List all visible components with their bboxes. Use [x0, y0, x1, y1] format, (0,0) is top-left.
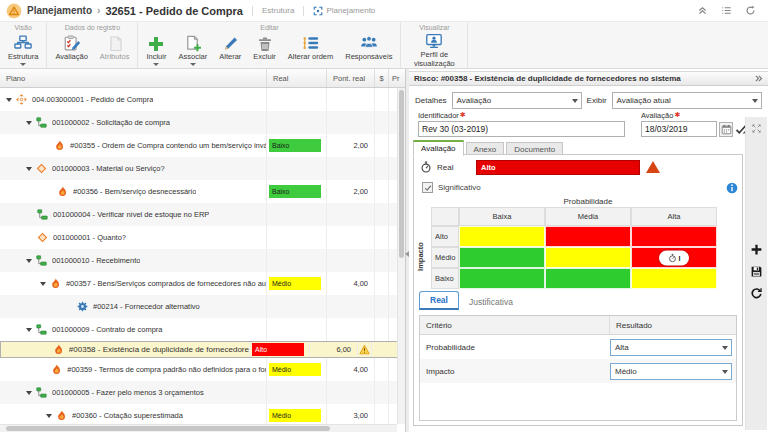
exibir-select-value: Avaliação atual	[617, 96, 671, 105]
matrix-cell-medio-alta[interactable]: I	[631, 247, 717, 268]
tree-row[interactable]: 004.003000001 - Pedido de Compra	[0, 88, 405, 111]
collapse-icon[interactable]	[697, 5, 708, 16]
tree-row[interactable]: 001000003 - Material ou Serviço?	[0, 157, 405, 180]
tree-row[interactable]: #00357 - Bens/Serviços comprados de forn…	[0, 272, 405, 295]
avaliacao-date-input[interactable]	[641, 121, 717, 137]
column-header-pont-real[interactable]: Pont. real	[327, 69, 375, 87]
activity-icon	[36, 255, 47, 266]
expand-panel-icon[interactable]	[754, 74, 763, 83]
info-icon[interactable]	[726, 182, 738, 194]
matrix-cell-medio-baixa[interactable]	[459, 247, 545, 268]
breadcrumb-module[interactable]: Planejamento	[27, 5, 92, 16]
matrix-cell-baixo-baixa[interactable]	[459, 268, 545, 289]
tree-row[interactable]: 001000001 - Quanto?	[0, 226, 405, 249]
matrix-cell-alto-alta[interactable]	[631, 226, 717, 247]
refresh-icon[interactable]	[745, 5, 756, 16]
reload-icon[interactable]	[750, 287, 763, 300]
toolbar-button-alterar[interactable]: Alterar	[213, 34, 247, 62]
toolbar-button-avaliacao[interactable]: Avaliação	[49, 34, 93, 62]
detalhes-select[interactable]: Avaliação	[452, 92, 582, 109]
tree-item-label: 001000001 - Quanto?	[53, 233, 126, 242]
toolbar-button-estrutura[interactable]: Estrutura	[2, 34, 44, 66]
severity-badge: Baixo	[269, 185, 321, 198]
horizontal-scrollbar[interactable]	[0, 424, 397, 432]
toolbar-button-alterar-ordem[interactable]: Alterar ordem	[282, 34, 339, 62]
column-header-real[interactable]: Real	[267, 69, 327, 87]
people-icon	[360, 35, 378, 52]
tree-row[interactable]: #00358 - Existência de duplicidade de fo…	[0, 341, 405, 358]
toolbar-button-associar[interactable]: Associar	[172, 34, 213, 66]
matrix-cell-medio-media[interactable]	[545, 247, 631, 268]
expand-icon[interactable]	[751, 123, 762, 134]
tree-row[interactable]: 001000005 - Fazer pelo menos 3 orçamento…	[0, 381, 405, 404]
matrix-cell-alto-baixa[interactable]	[459, 226, 545, 247]
risk-detail-panel: Risco: #00358 - Existência de duplicidad…	[409, 69, 768, 432]
expand-arrow-icon[interactable]	[26, 167, 32, 171]
criteria-select-impacto[interactable]: Médio	[610, 363, 732, 380]
tab-avaliacao[interactable]: Avaliação	[413, 140, 464, 156]
matrix-column-header-media: Média	[545, 207, 631, 226]
toolbar-button-excluir[interactable]: Excluir	[247, 34, 282, 62]
matrix-row-header-medio: Médio	[431, 247, 459, 268]
scrollbar-thumb[interactable]	[399, 90, 404, 258]
tree-row[interactable]: 001000004 - Verificar nível de estoque n…	[0, 203, 405, 226]
expand-arrow-icon[interactable]	[46, 414, 52, 418]
tree-row[interactable]: 001000002 - Solicitação de compra	[0, 111, 405, 134]
tree-row[interactable]: 001000009 - Contrato de compra	[0, 318, 405, 341]
nav-link-estrutura[interactable]: Estrutura	[262, 6, 294, 15]
exibir-select[interactable]: Avaliação atual	[612, 92, 762, 109]
tree-item-label: #00360 - Cotação superestimada	[72, 411, 183, 420]
scrollbar-thumb[interactable]	[6, 426, 330, 431]
tree-row[interactable]: #00356 - Bem/serviço desnecessárioBaixo2…	[0, 180, 405, 203]
tree-row[interactable]: #00360 - Cotação superestimadaMédio3,00	[0, 404, 405, 424]
evaluation-sub-tabs: RealJustificativa	[419, 291, 523, 310]
activity-icon	[37, 209, 48, 220]
exibir-label: Exibir	[587, 96, 607, 105]
real-label: Real	[437, 163, 467, 172]
expand-arrow-icon[interactable]	[26, 121, 32, 125]
activity-icon	[36, 117, 47, 128]
toolbar-button-label: Alterar	[219, 53, 241, 62]
column-header-cost[interactable]: $	[375, 69, 389, 87]
vertical-scrollbar[interactable]	[397, 88, 405, 424]
pont-real-value: 4,00	[353, 279, 368, 288]
tree-row[interactable]: 001000010 - Recebimento	[0, 249, 405, 272]
toolbar-button-label: Estrutura	[8, 53, 38, 62]
nav-link-planejamento[interactable]: Planejamento	[313, 6, 375, 16]
detail-fields: Identificador✱ Avaliação✱	[409, 111, 768, 139]
tree-row[interactable]: #00359 - Termos de compra padrão não def…	[0, 358, 405, 381]
associate-icon	[184, 35, 202, 52]
expand-arrow-icon[interactable]	[26, 391, 32, 395]
column-header-pr[interactable]: Pr	[389, 69, 405, 87]
risk-icon	[50, 278, 61, 289]
tree-row[interactable]: #00355 - Ordem de Compra contendo um bem…	[0, 134, 405, 157]
save-icon[interactable]	[750, 265, 763, 278]
toolbar-button-responsaveis[interactable]: Responsáveis	[339, 34, 398, 62]
matrix-cell-baixo-media[interactable]	[545, 268, 631, 289]
calendar-button[interactable]	[719, 122, 733, 137]
expand-arrow-icon[interactable]	[26, 259, 32, 263]
identificador-input[interactable]	[418, 121, 625, 137]
tree-row[interactable]: #00214 - Fornecedor alternativo	[0, 295, 405, 318]
toolbar-group-label: Visualizar	[401, 22, 467, 31]
column-header-plano[interactable]: Plano	[0, 69, 267, 87]
expand-arrow-icon[interactable]	[26, 328, 32, 332]
criteria-select-probabilidade[interactable]: Alta	[610, 339, 732, 356]
matrix-cell-alto-media[interactable]	[545, 226, 631, 247]
matrix-cell-baixo-alta[interactable]	[631, 268, 717, 289]
control-icon	[77, 301, 88, 312]
significativo-checkbox[interactable]	[422, 182, 433, 193]
add-icon[interactable]	[750, 243, 763, 256]
expand-arrow-icon[interactable]	[6, 98, 12, 102]
list-icon[interactable]	[721, 5, 732, 16]
criteria-select-value: Médio	[615, 367, 637, 376]
tree-header: Plano Real Pont. real $ Pr	[0, 69, 405, 88]
gauge-icon	[668, 253, 677, 262]
sub-tab-real[interactable]: Real	[419, 291, 459, 310]
toolbar-button-perfil-de-visualizacao[interactable]: Perfil de visualização	[403, 32, 465, 68]
toolbar-button-incluir[interactable]: Incluir	[140, 34, 172, 66]
detalhes-label: Detalhes	[415, 96, 447, 105]
tree-item-label: 004.003000001 - Pedido de Compra	[32, 95, 153, 104]
expand-arrow-icon[interactable]	[40, 282, 46, 286]
sub-tab-justificativa[interactable]: Justificativa	[459, 294, 523, 310]
